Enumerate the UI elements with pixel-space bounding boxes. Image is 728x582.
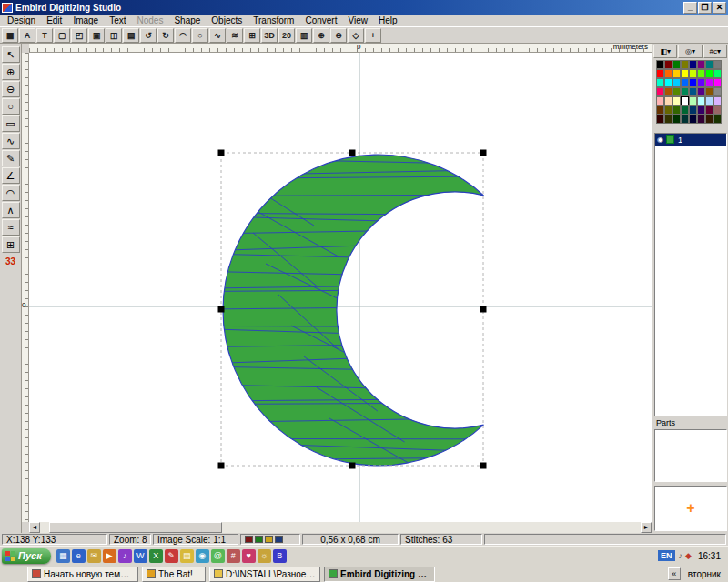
selection-handle[interactable] <box>218 463 225 469</box>
palette-swatch[interactable] <box>705 96 713 105</box>
parts-panel[interactable] <box>654 429 727 482</box>
palette-swatch[interactable] <box>656 105 664 115</box>
palette-swatch[interactable] <box>713 105 722 115</box>
parameters-icon[interactable]: ◇ <box>348 28 364 43</box>
palette-swatch[interactable] <box>713 69 722 78</box>
palette-swatch[interactable] <box>689 60 697 69</box>
quicklaunch-folder-icon[interactable]: ▤ <box>180 549 194 563</box>
palette-swatch[interactable] <box>713 78 722 87</box>
picture-mode-icon[interactable]: ▦ <box>2 28 18 43</box>
undo-icon[interactable]: ↺ <box>140 28 157 43</box>
palette-swatch[interactable] <box>697 96 705 105</box>
selection-handle[interactable] <box>480 463 487 469</box>
palette-swatch[interactable] <box>672 60 681 69</box>
palette-swatch[interactable] <box>664 115 672 124</box>
selection-handle[interactable] <box>480 306 487 313</box>
menu-convert[interactable]: Convert <box>299 15 342 26</box>
scroll-right-arrow[interactable]: ► <box>641 522 652 533</box>
start-button[interactable]: Пуск <box>2 548 51 564</box>
move-design-icon[interactable]: + <box>365 28 381 43</box>
palette-swatch[interactable] <box>689 78 697 87</box>
quicklaunch-mail-icon[interactable]: ✉ <box>87 549 101 563</box>
taskbar-task[interactable]: D:\INSTALL\Разное\Embird <box>209 567 320 582</box>
grid-icon[interactable]: ⊞ <box>244 28 260 43</box>
palette-swatch[interactable] <box>697 78 705 87</box>
object-list[interactable]: ◉ 1 <box>654 133 727 416</box>
view-3d-icon[interactable]: 3D <box>261 28 278 43</box>
palette-swatch[interactable] <box>705 87 713 96</box>
layer-row-selected[interactable]: ◉ 1 <box>655 134 726 146</box>
palette-swatch[interactable] <box>656 115 664 124</box>
zoom-in-tool[interactable]: ⊕ <box>2 64 20 80</box>
thread-chart-icon[interactable]: #c▾ <box>703 45 727 58</box>
palette-swatch[interactable] <box>689 105 697 115</box>
palette-swatch[interactable] <box>672 105 681 115</box>
palette-swatch[interactable] <box>681 115 689 124</box>
palette-swatch[interactable] <box>664 69 672 78</box>
menu-nodes[interactable]: Nodes <box>132 15 169 26</box>
menu-objects[interactable]: Objects <box>206 15 248 26</box>
stitch-density-icon[interactable]: 20 <box>278 28 295 43</box>
quicklaunch-music-icon[interactable]: ♪ <box>118 549 132 563</box>
palette-swatch[interactable] <box>664 78 672 87</box>
language-indicator[interactable]: EN <box>658 550 675 561</box>
pen-tool[interactable]: ✎ <box>2 150 20 166</box>
scrollbar-thumb[interactable] <box>49 522 222 533</box>
palette-swatch[interactable] <box>697 69 705 78</box>
palette-swatch[interactable] <box>705 69 713 78</box>
menu-view[interactable]: View <box>342 15 373 26</box>
palette-swatch[interactable] <box>656 87 664 96</box>
quicklaunch-player-icon[interactable]: ▶ <box>103 549 116 563</box>
palette-swatch[interactable] <box>681 78 689 87</box>
select-tool[interactable]: ↖ <box>2 46 20 63</box>
view-mode-icon[interactable]: ◎▾ <box>678 45 702 58</box>
palette-swatch[interactable] <box>697 60 705 69</box>
clock[interactable]: 16:31 <box>698 551 721 561</box>
palette-swatch[interactable] <box>664 96 672 105</box>
taskbar-task[interactable]: The Bat! <box>142 567 206 582</box>
redo-icon[interactable]: ↻ <box>157 28 174 43</box>
palette-swatch[interactable] <box>713 87 722 96</box>
wave-shape-icon[interactable]: ∿ <box>209 28 226 43</box>
palette-swatch[interactable] <box>689 69 697 78</box>
text-a-icon[interactable]: A <box>19 28 35 43</box>
palette-swatch[interactable] <box>656 78 664 87</box>
quicklaunch-bat-icon[interactable]: B <box>273 549 287 563</box>
quicklaunch-word-icon[interactable]: W <box>134 549 147 563</box>
menu-shape[interactable]: Shape <box>168 15 206 26</box>
selection-handle[interactable] <box>218 306 225 313</box>
menu-design[interactable]: Design <box>2 15 41 26</box>
open-design-icon[interactable]: ◰ <box>71 28 87 43</box>
palette-swatch[interactable] <box>656 96 664 105</box>
arc-tool[interactable]: ◠ <box>2 185 20 201</box>
palette-swatch[interactable] <box>689 87 697 96</box>
merge-design-icon[interactable]: ◫ <box>106 28 122 43</box>
palette-swatch[interactable] <box>705 105 713 115</box>
quicklaunch-paint-icon[interactable]: ✎ <box>165 549 178 563</box>
palette-swatch[interactable] <box>705 60 713 69</box>
palette-swatch[interactable] <box>713 96 722 105</box>
menu-edit[interactable]: Edit <box>41 15 67 26</box>
palette-swatch[interactable] <box>664 105 672 115</box>
hatch-fill-icon[interactable]: ▥ <box>296 28 312 43</box>
palette-swatch[interactable] <box>705 115 713 124</box>
polyline-tool[interactable]: ∧ <box>2 202 20 218</box>
palette-swatch[interactable] <box>697 105 705 115</box>
selection-handle[interactable] <box>480 150 487 156</box>
quicklaunch-browser-icon[interactable]: e <box>72 549 86 563</box>
taskbar-task[interactable]: Начать новую тему :: В... <box>27 567 138 582</box>
palette-swatch[interactable] <box>672 78 681 87</box>
palette-swatch[interactable] <box>664 60 672 69</box>
print-icon[interactable]: ▤ <box>123 28 139 43</box>
mesh-tool[interactable]: ⊞ <box>2 236 20 253</box>
quicklaunch-sun-icon[interactable]: ☼ <box>258 549 271 563</box>
tray-shield-icon[interactable]: ◆ <box>685 551 692 560</box>
menu-transform[interactable]: Transform <box>248 15 299 26</box>
selection-handle[interactable] <box>349 463 356 469</box>
palette-swatch[interactable] <box>672 96 681 105</box>
palette-swatch[interactable] <box>681 60 689 69</box>
palette-swatch[interactable] <box>656 60 664 69</box>
scroll-left-arrow[interactable]: ◄ <box>29 522 40 533</box>
palette-swatch[interactable] <box>697 87 705 96</box>
zoom-out-icon[interactable]: ⊖ <box>330 28 347 43</box>
